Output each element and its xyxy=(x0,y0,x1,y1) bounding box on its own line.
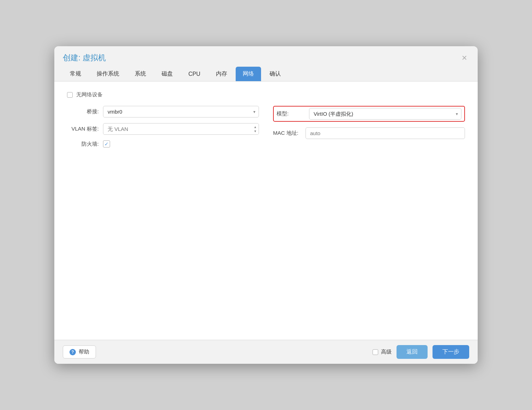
firewall-row: 防火墙: ✓ xyxy=(67,140,259,147)
footer: ? 帮助 高级 返回 下一步 xyxy=(54,340,478,364)
vlan-label: VLAN 标签: xyxy=(67,126,99,132)
dialog-title: 创建: 虚拟机 xyxy=(63,53,106,63)
no-network-row: 无网络设备 xyxy=(67,91,465,98)
tab-os[interactable]: 操作系统 xyxy=(90,67,126,81)
close-icon: ✕ xyxy=(461,54,467,62)
no-network-label: 无网络设备 xyxy=(76,91,103,98)
title-bar: 创建: 虚拟机 ✕ xyxy=(54,46,478,67)
tab-cpu[interactable]: CPU xyxy=(181,67,207,81)
tab-system[interactable]: 系统 xyxy=(128,67,153,81)
tab-disk[interactable]: 磁盘 xyxy=(155,67,180,81)
vlan-row: VLAN 标签: ▲ ▼ xyxy=(67,123,259,135)
left-column: 桥接: vmbr0 ▾ VLAN 标签: xyxy=(67,106,259,153)
footer-right: 高级 返回 下一步 xyxy=(373,345,469,359)
vlan-increment-button[interactable]: ▲ xyxy=(253,125,258,129)
mac-label: MAC 地址: xyxy=(273,130,301,137)
close-button[interactable]: ✕ xyxy=(459,53,469,63)
model-select[interactable]: VirtIO (半虚拟化) xyxy=(309,108,461,120)
bridge-control: vmbr0 ▾ xyxy=(103,106,259,117)
model-label: 模型: xyxy=(277,110,305,117)
mac-input[interactable] xyxy=(306,127,465,139)
tab-confirm[interactable]: 确认 xyxy=(262,67,288,81)
tab-bar: 常规 操作系统 系统 磁盘 CPU 内存 网络 确认 xyxy=(54,67,478,82)
bridge-row: 桥接: vmbr0 ▾ xyxy=(67,106,259,117)
bridge-select[interactable]: vmbr0 xyxy=(103,106,259,117)
vlan-spinner-wrapper: ▲ ▼ xyxy=(103,123,259,135)
create-vm-dialog: 创建: 虚拟机 ✕ 常规 操作系统 系统 磁盘 CPU 内存 网络 确认 xyxy=(54,46,478,364)
vlan-spinner-buttons: ▲ ▼ xyxy=(253,125,258,133)
tab-general[interactable]: 常规 xyxy=(63,67,88,81)
advanced-row: 高级 xyxy=(373,349,392,355)
down-arrow-icon: ▼ xyxy=(254,129,257,133)
model-select-container: VirtIO (半虚拟化) ▾ xyxy=(309,108,461,120)
up-arrow-icon: ▲ xyxy=(254,125,257,128)
bridge-label: 桥接: xyxy=(67,108,99,115)
vlan-control: ▲ ▼ xyxy=(103,123,259,135)
right-column: 模型: VirtIO (半虚拟化) ▾ MAC 地址: xyxy=(273,106,465,153)
model-row: 模型: VirtIO (半虚拟化) ▾ xyxy=(273,106,465,122)
bridge-select-wrapper: vmbr0 ▾ xyxy=(103,106,259,117)
help-button[interactable]: ? 帮助 xyxy=(63,345,96,358)
vlan-decrement-button[interactable]: ▼ xyxy=(253,129,258,133)
check-icon: ✓ xyxy=(104,141,109,147)
form-grid: 桥接: vmbr0 ▾ VLAN 标签: xyxy=(67,106,465,153)
next-button[interactable]: 下一步 xyxy=(433,345,469,359)
no-network-checkbox[interactable] xyxy=(67,92,73,98)
content-area: 无网络设备 桥接: vmbr0 ▾ xyxy=(54,82,478,340)
mac-row: MAC 地址: xyxy=(273,127,465,139)
firewall-checkbox[interactable]: ✓ xyxy=(103,140,110,147)
back-button[interactable]: 返回 xyxy=(397,345,428,359)
advanced-label: 高级 xyxy=(381,349,392,355)
tab-network[interactable]: 网络 xyxy=(236,67,261,81)
vlan-input[interactable] xyxy=(103,123,259,135)
help-icon: ? xyxy=(69,349,76,355)
tab-memory[interactable]: 内存 xyxy=(209,67,234,81)
help-label: 帮助 xyxy=(79,349,89,355)
firewall-label: 防火墙: xyxy=(67,141,99,147)
advanced-checkbox[interactable] xyxy=(373,349,378,355)
